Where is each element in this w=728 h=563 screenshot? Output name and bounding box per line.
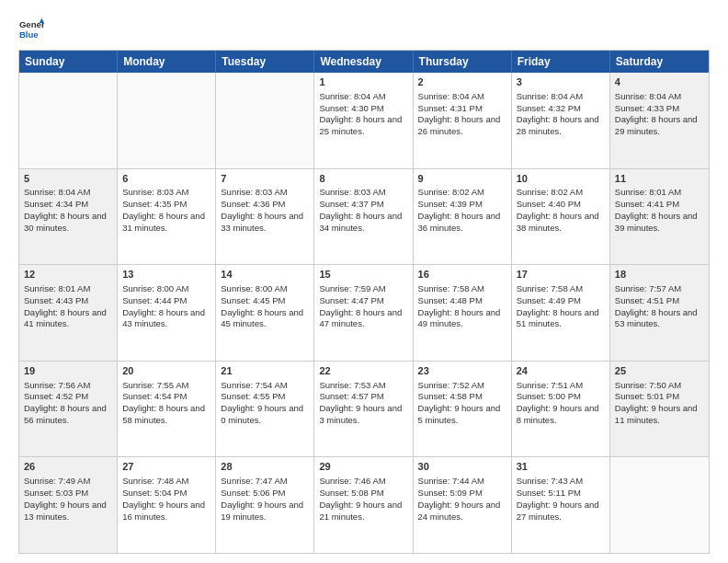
day-number: 20 xyxy=(122,364,210,378)
calendar-cell-w2d5: 17Sunrise: 7:58 AM Sunset: 4:49 PM Dayli… xyxy=(512,265,610,361)
day-info: Sunrise: 7:47 AM Sunset: 5:06 PM Dayligh… xyxy=(221,476,303,521)
calendar: SundayMondayTuesdayWednesdayThursdayFrid… xyxy=(18,50,710,554)
calendar-header-saturday: Saturday xyxy=(610,51,709,73)
calendar-cell-w4d3: 29Sunrise: 7:46 AM Sunset: 5:08 PM Dayli… xyxy=(314,457,413,553)
svg-text:Blue: Blue xyxy=(19,29,39,40)
day-info: Sunrise: 8:01 AM Sunset: 4:41 PM Dayligh… xyxy=(615,187,698,232)
calendar-cell-w2d3: 15Sunrise: 7:59 AM Sunset: 4:47 PM Dayli… xyxy=(314,265,413,361)
day-number: 29 xyxy=(319,460,407,474)
day-info: Sunrise: 7:54 AM Sunset: 4:55 PM Dayligh… xyxy=(221,380,303,425)
day-info: Sunrise: 8:04 AM Sunset: 4:32 PM Dayligh… xyxy=(517,91,599,136)
day-number: 27 xyxy=(122,460,210,474)
calendar-cell-w1d2: 7Sunrise: 8:03 AM Sunset: 4:36 PM Daylig… xyxy=(216,169,314,265)
calendar-cell-w4d6 xyxy=(610,457,709,553)
day-number: 19 xyxy=(24,364,112,378)
day-info: Sunrise: 7:50 AM Sunset: 5:01 PM Dayligh… xyxy=(615,380,698,425)
day-number: 23 xyxy=(418,364,506,378)
calendar-header-tuesday: Tuesday xyxy=(216,51,314,73)
header: General Blue xyxy=(18,17,710,42)
calendar-cell-w4d1: 27Sunrise: 7:48 AM Sunset: 5:04 PM Dayli… xyxy=(118,457,216,553)
calendar-cell-w2d4: 16Sunrise: 7:58 AM Sunset: 4:48 PM Dayli… xyxy=(414,265,512,361)
calendar-cell-w1d4: 9Sunrise: 8:02 AM Sunset: 4:39 PM Daylig… xyxy=(414,169,512,265)
day-info: Sunrise: 8:01 AM Sunset: 4:43 PM Dayligh… xyxy=(24,283,107,328)
day-number: 25 xyxy=(615,364,704,378)
day-number: 4 xyxy=(615,75,704,89)
day-info: Sunrise: 8:04 AM Sunset: 4:30 PM Dayligh… xyxy=(319,91,402,136)
calendar-header-friday: Friday xyxy=(512,51,610,73)
calendar-cell-w1d1: 6Sunrise: 8:03 AM Sunset: 4:35 PM Daylig… xyxy=(118,169,216,265)
day-info: Sunrise: 8:03 AM Sunset: 4:36 PM Dayligh… xyxy=(221,187,303,232)
day-number: 3 xyxy=(517,75,605,89)
calendar-cell-w2d1: 13Sunrise: 8:00 AM Sunset: 4:44 PM Dayli… xyxy=(118,265,216,361)
day-number: 6 xyxy=(122,172,210,186)
calendar-cell-w2d6: 18Sunrise: 7:57 AM Sunset: 4:51 PM Dayli… xyxy=(610,265,709,361)
calendar-cell-w0d5: 3Sunrise: 8:04 AM Sunset: 4:32 PM Daylig… xyxy=(512,73,610,168)
day-number: 18 xyxy=(615,268,704,282)
day-info: Sunrise: 7:55 AM Sunset: 4:54 PM Dayligh… xyxy=(122,380,205,425)
calendar-week-2: 12Sunrise: 8:01 AM Sunset: 4:43 PM Dayli… xyxy=(19,265,709,362)
day-info: Sunrise: 8:03 AM Sunset: 4:37 PM Dayligh… xyxy=(319,187,402,232)
calendar-header-thursday: Thursday xyxy=(414,51,512,73)
day-number: 2 xyxy=(418,75,506,89)
day-info: Sunrise: 8:02 AM Sunset: 4:40 PM Dayligh… xyxy=(517,187,599,232)
day-info: Sunrise: 8:04 AM Sunset: 4:34 PM Dayligh… xyxy=(24,187,107,232)
calendar-cell-w3d1: 20Sunrise: 7:55 AM Sunset: 4:54 PM Dayli… xyxy=(118,362,216,457)
calendar-header-wednesday: Wednesday xyxy=(314,51,413,73)
calendar-cell-w0d0 xyxy=(19,73,118,168)
day-info: Sunrise: 7:52 AM Sunset: 4:58 PM Dayligh… xyxy=(418,380,501,425)
day-number: 8 xyxy=(319,172,407,186)
day-info: Sunrise: 8:02 AM Sunset: 4:39 PM Dayligh… xyxy=(418,187,501,232)
calendar-week-4: 26Sunrise: 7:49 AM Sunset: 5:03 PM Dayli… xyxy=(19,457,709,553)
day-number: 14 xyxy=(221,268,309,282)
day-number: 9 xyxy=(418,172,506,186)
day-number: 10 xyxy=(517,172,605,186)
day-number: 5 xyxy=(24,172,112,186)
day-number: 31 xyxy=(517,460,605,474)
day-number: 13 xyxy=(122,268,210,282)
day-info: Sunrise: 7:59 AM Sunset: 4:47 PM Dayligh… xyxy=(319,283,402,328)
calendar-body: 1Sunrise: 8:04 AM Sunset: 4:30 PM Daylig… xyxy=(19,73,709,553)
day-info: Sunrise: 7:48 AM Sunset: 5:04 PM Dayligh… xyxy=(122,476,205,521)
calendar-header-sunday: Sunday xyxy=(19,51,118,73)
day-info: Sunrise: 7:51 AM Sunset: 5:00 PM Dayligh… xyxy=(517,380,599,425)
day-info: Sunrise: 8:04 AM Sunset: 4:33 PM Dayligh… xyxy=(615,91,698,136)
calendar-cell-w1d6: 11Sunrise: 8:01 AM Sunset: 4:41 PM Dayli… xyxy=(610,169,709,265)
day-info: Sunrise: 8:03 AM Sunset: 4:35 PM Dayligh… xyxy=(122,187,205,232)
calendar-cell-w0d2 xyxy=(216,73,314,168)
calendar-cell-w4d2: 28Sunrise: 7:47 AM Sunset: 5:06 PM Dayli… xyxy=(216,457,314,553)
day-number: 22 xyxy=(319,364,407,378)
calendar-header-monday: Monday xyxy=(118,51,216,73)
day-info: Sunrise: 7:46 AM Sunset: 5:08 PM Dayligh… xyxy=(319,476,402,521)
day-info: Sunrise: 7:57 AM Sunset: 4:51 PM Dayligh… xyxy=(615,283,698,328)
calendar-cell-w3d6: 25Sunrise: 7:50 AM Sunset: 5:01 PM Dayli… xyxy=(610,362,709,457)
calendar-cell-w3d3: 22Sunrise: 7:53 AM Sunset: 4:57 PM Dayli… xyxy=(314,362,413,457)
calendar-week-1: 5Sunrise: 8:04 AM Sunset: 4:34 PM Daylig… xyxy=(19,169,709,266)
day-number: 11 xyxy=(615,172,704,186)
day-info: Sunrise: 7:58 AM Sunset: 4:49 PM Dayligh… xyxy=(517,283,599,328)
day-info: Sunrise: 7:53 AM Sunset: 4:57 PM Dayligh… xyxy=(319,380,402,425)
day-number: 12 xyxy=(24,268,112,282)
day-info: Sunrise: 7:44 AM Sunset: 5:09 PM Dayligh… xyxy=(418,476,501,521)
day-number: 26 xyxy=(24,460,112,474)
calendar-cell-w2d2: 14Sunrise: 8:00 AM Sunset: 4:45 PM Dayli… xyxy=(216,265,314,361)
calendar-cell-w0d1 xyxy=(118,73,216,168)
calendar-cell-w4d0: 26Sunrise: 7:49 AM Sunset: 5:03 PM Dayli… xyxy=(19,457,118,553)
calendar-cell-w0d3: 1Sunrise: 8:04 AM Sunset: 4:30 PM Daylig… xyxy=(314,73,413,168)
calendar-week-0: 1Sunrise: 8:04 AM Sunset: 4:30 PM Daylig… xyxy=(19,73,709,169)
calendar-cell-w3d2: 21Sunrise: 7:54 AM Sunset: 4:55 PM Dayli… xyxy=(216,362,314,457)
day-number: 1 xyxy=(319,75,407,89)
day-info: Sunrise: 7:58 AM Sunset: 4:48 PM Dayligh… xyxy=(418,283,501,328)
calendar-cell-w3d4: 23Sunrise: 7:52 AM Sunset: 4:58 PM Dayli… xyxy=(414,362,512,457)
calendar-cell-w1d3: 8Sunrise: 8:03 AM Sunset: 4:37 PM Daylig… xyxy=(314,169,413,265)
calendar-week-3: 19Sunrise: 7:56 AM Sunset: 4:52 PM Dayli… xyxy=(19,362,709,458)
logo-icon: General Blue xyxy=(18,17,44,42)
day-info: Sunrise: 7:56 AM Sunset: 4:52 PM Dayligh… xyxy=(24,380,107,425)
calendar-cell-w3d5: 24Sunrise: 7:51 AM Sunset: 5:00 PM Dayli… xyxy=(512,362,610,457)
day-number: 28 xyxy=(221,460,309,474)
day-number: 30 xyxy=(418,460,506,474)
page: General Blue SundayMondayTuesdayWednesda… xyxy=(0,0,728,563)
day-number: 16 xyxy=(418,268,506,282)
day-info: Sunrise: 7:43 AM Sunset: 5:11 PM Dayligh… xyxy=(517,476,599,521)
day-number: 24 xyxy=(517,364,605,378)
day-info: Sunrise: 8:00 AM Sunset: 4:45 PM Dayligh… xyxy=(221,283,303,328)
